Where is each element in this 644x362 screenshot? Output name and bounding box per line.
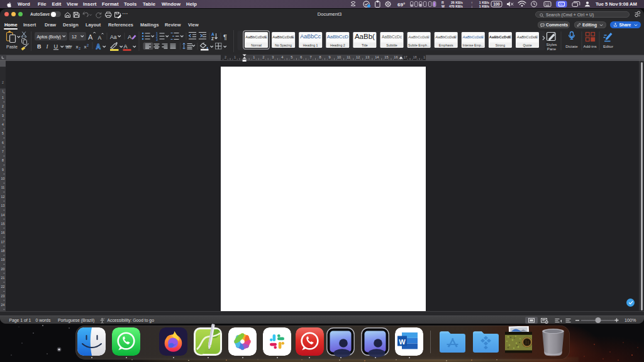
svg-text:Dictate: Dictate <box>565 44 578 48</box>
svg-text:Pane: Pane <box>547 47 557 51</box>
svg-text:Strong: Strong <box>496 43 505 47</box>
svg-text:Editor: Editor <box>603 44 613 48</box>
svg-text:22: 22 <box>1 285 5 288</box>
svg-text:5: 5 <box>291 55 292 59</box>
svg-text:W: W <box>399 338 406 346</box>
svg-text:Styles: Styles <box>547 42 557 47</box>
svg-text:20: 20 <box>1 267 5 271</box>
svg-text:23: 23 <box>1 294 5 298</box>
svg-text:17: 17 <box>1 240 5 244</box>
svg-text:12: 12 <box>356 55 360 59</box>
svg-text:x: x <box>84 44 87 50</box>
svg-text:¶: ¶ <box>223 33 227 41</box>
svg-text:AaBbCcDdE: AaBbCcDdE <box>462 35 484 39</box>
svg-text:13: 13 <box>1 204 5 207</box>
svg-text:9: 9 <box>329 55 331 59</box>
svg-text:5: 5 <box>2 131 4 135</box>
svg-text:7: 7 <box>309 55 311 59</box>
svg-text:Title: Title <box>362 43 368 47</box>
svg-text:18: 18 <box>413 55 416 59</box>
svg-text:12: 12 <box>72 35 77 39</box>
svg-text:Quote: Quote <box>523 43 531 47</box>
svg-text:Subtitle: Subtitle <box>386 43 397 47</box>
svg-text:2: 2 <box>2 104 4 108</box>
svg-text:x: x <box>76 44 79 50</box>
svg-text:6: 6 <box>300 55 302 59</box>
svg-text:17: 17 <box>403 55 407 59</box>
svg-text:15: 15 <box>1 222 5 226</box>
svg-text:W: W <box>441 4 445 8</box>
svg-text:ab: ab <box>66 44 72 50</box>
svg-text:3: 3 <box>272 55 274 59</box>
svg-text:11: 11 <box>1 185 4 189</box>
svg-text:3: 3 <box>2 114 4 118</box>
svg-text:7: 7 <box>2 150 4 153</box>
svg-text:U: U <box>54 43 58 50</box>
svg-text:AaBbCcDdE: AaBbCcDdE <box>435 35 457 39</box>
svg-text:16: 16 <box>1 231 5 234</box>
svg-text:12: 12 <box>1 195 5 199</box>
svg-text:2: 2 <box>2 80 4 84</box>
svg-text:B: B <box>37 43 42 50</box>
svg-text:2: 2 <box>262 55 264 59</box>
svg-text:14: 14 <box>375 55 379 59</box>
svg-text:AaBbCcDdE: AaBbCcDdE <box>516 35 539 39</box>
svg-text:8: 8 <box>319 55 321 59</box>
svg-text:Normal: Normal <box>251 43 262 47</box>
svg-text:13: 13 <box>365 55 369 59</box>
svg-text:AaBbCc: AaBbCc <box>300 33 321 40</box>
svg-text:1 KB/s: 1 KB/s <box>479 4 489 8</box>
svg-text:A: A <box>128 33 132 40</box>
svg-text:9: 9 <box>2 168 4 172</box>
svg-text:15: 15 <box>384 55 388 59</box>
svg-text:AaBbCcDdE: AaBbCcDdE <box>245 35 267 39</box>
svg-text:1: 1 <box>2 96 4 99</box>
svg-text:A: A <box>211 32 214 36</box>
svg-text:↓: ↓ <box>471 4 473 8</box>
svg-text:100: 100 <box>493 2 500 6</box>
svg-text:2: 2 <box>79 47 80 50</box>
svg-text:8: 8 <box>2 158 4 162</box>
svg-text:AaBbCcDdE: AaBbCcDdE <box>489 35 511 39</box>
svg-text:A: A <box>88 33 93 41</box>
svg-text:A: A <box>98 35 102 41</box>
svg-text:1: 1 <box>423 55 425 59</box>
svg-text:A: A <box>124 43 128 50</box>
svg-text:10: 10 <box>1 177 5 180</box>
svg-text:Heading 1: Heading 1 <box>303 43 318 47</box>
svg-text:19: 19 <box>1 258 5 261</box>
svg-text:4: 4 <box>281 55 283 59</box>
svg-text:AaBbCcD: AaBbCcD <box>327 34 349 40</box>
svg-text:Heading 2: Heading 2 <box>330 43 345 47</box>
svg-text:A: A <box>96 43 101 50</box>
svg-text:Paste: Paste <box>6 45 18 49</box>
svg-text:I: I <box>46 43 49 50</box>
svg-text:16: 16 <box>394 55 397 59</box>
svg-text:Add-ins: Add-ins <box>584 44 597 48</box>
svg-text:Tue 5 Nov: Tue 5 Nov <box>596 1 619 7</box>
svg-text:11: 11 <box>347 55 350 59</box>
svg-text:3: 3 <box>156 38 158 41</box>
svg-text:24: 24 <box>1 303 5 307</box>
svg-text:69°: 69° <box>397 2 405 8</box>
svg-text:AaBbCcDdE: AaBbCcDdE <box>408 35 430 39</box>
svg-text:No Spacing: No Spacing <box>275 43 292 47</box>
svg-text:14: 14 <box>1 213 5 217</box>
svg-text:AaBbCcDc: AaBbCcDc <box>382 35 402 39</box>
svg-text:Aa: Aa <box>110 34 117 40</box>
svg-text:Aptos (Body): Aptos (Body) <box>37 35 61 40</box>
svg-text:9:08 AM: 9:08 AM <box>619 1 637 7</box>
svg-text:4: 4 <box>2 123 4 126</box>
svg-text:2: 2 <box>87 43 89 47</box>
svg-text:21: 21 <box>1 276 5 280</box>
svg-text:18: 18 <box>1 249 5 253</box>
svg-text:1: 1 <box>2 89 4 93</box>
svg-text:2: 2 <box>225 55 226 59</box>
svg-text:Intense Emp...: Intense Emp... <box>463 43 484 47</box>
svg-text:Z: Z <box>211 36 214 41</box>
svg-text:Subtle Emph...: Subtle Emph... <box>408 43 430 47</box>
svg-text:AaBb(: AaBb( <box>355 33 375 40</box>
svg-text:10: 10 <box>337 55 341 59</box>
svg-text:Emphasis: Emphasis <box>439 43 453 47</box>
svg-text:470 KB/s: 470 KB/s <box>449 4 463 8</box>
